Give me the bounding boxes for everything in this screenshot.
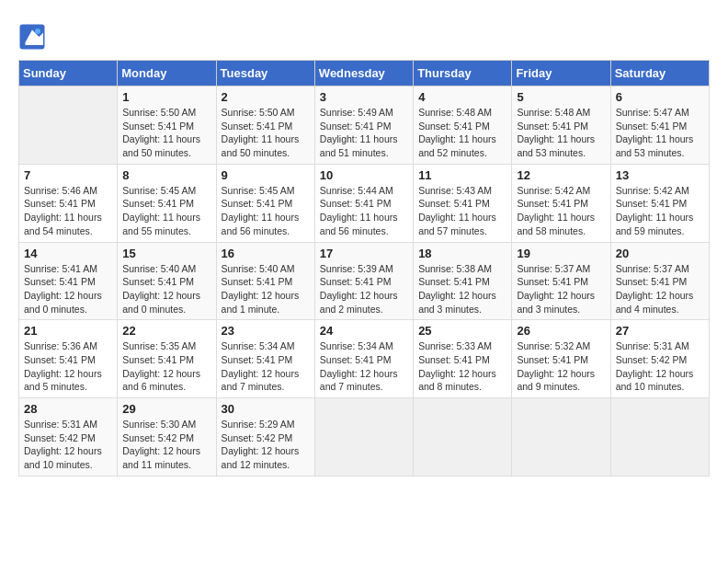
sunrise: Sunrise: 5:44 AM [320,185,393,196]
day-info: Sunrise: 5:34 AMSunset: 5:41 PMDaylight:… [222,339,310,394]
day-header-thursday: Thursday [414,61,512,86]
calendar-cell: 3Sunrise: 5:49 AMSunset: 5:41 PMDaylight… [314,86,413,165]
calendar-cell [512,398,610,477]
day-number: 25 [418,324,506,338]
sunset: Sunset: 5:41 PM [24,198,96,209]
day-info: Sunrise: 5:42 AMSunset: 5:41 PMDaylight:… [616,184,704,238]
day-info: Sunrise: 5:37 AMSunset: 5:41 PMDaylight:… [517,262,605,316]
daylight: Daylight: 12 hours and 3 minutes. [418,290,496,315]
day-number: 3 [320,90,408,104]
sunset: Sunset: 5:41 PM [320,121,392,132]
sunrise: Sunrise: 5:45 AM [122,185,196,196]
sunrise: Sunrise: 5:36 AM [24,340,97,351]
calendar-cell: 5Sunrise: 5:48 AMSunset: 5:41 PMDaylight… [512,86,610,165]
calendar-cell: 7Sunrise: 5:46 AMSunset: 5:41 PMDaylight… [19,164,118,242]
sunrise: Sunrise: 5:37 AM [517,263,590,274]
calendar-cell: 26Sunrise: 5:32 AMSunset: 5:41 PMDayligh… [512,320,610,398]
day-info: Sunrise: 5:46 AMSunset: 5:41 PMDaylight:… [24,184,112,238]
day-number: 9 [222,168,310,182]
daylight: Daylight: 12 hours and 12 minutes. [222,445,300,470]
sunrise: Sunrise: 5:45 AM [222,185,295,196]
daylight: Daylight: 12 hours and 6 minutes. [122,368,200,393]
day-info: Sunrise: 5:30 AMSunset: 5:42 PMDaylight:… [122,418,210,472]
day-info: Sunrise: 5:37 AMSunset: 5:41 PMDaylight:… [616,262,704,316]
day-info: Sunrise: 5:29 AMSunset: 5:42 PMDaylight:… [222,418,310,472]
day-number: 26 [517,324,605,338]
day-info: Sunrise: 5:50 AMSunset: 5:41 PMDaylight:… [222,106,310,160]
calendar-cell [314,398,413,477]
day-number: 28 [24,402,112,416]
calendar-cell: 25Sunrise: 5:33 AMSunset: 5:41 PMDayligh… [414,320,512,398]
calendar-cell: 18Sunrise: 5:38 AMSunset: 5:41 PMDayligh… [414,242,512,320]
sunset: Sunset: 5:41 PM [418,121,490,132]
day-info: Sunrise: 5:31 AMSunset: 5:42 PMDaylight:… [24,418,112,472]
sunset: Sunset: 5:41 PM [222,121,293,132]
day-number: 11 [418,168,506,182]
day-header-sunday: Sunday [19,61,118,86]
sunrise: Sunrise: 5:42 AM [616,185,689,196]
svg-point-2 [35,29,40,34]
calendar-cell [414,398,512,477]
sunset: Sunset: 5:41 PM [222,276,293,287]
day-number: 7 [24,168,112,182]
sunrise: Sunrise: 5:31 AM [24,419,97,430]
day-header-wednesday: Wednesday [314,61,413,86]
sunset: Sunset: 5:41 PM [320,354,392,365]
sunset: Sunset: 5:41 PM [24,354,96,365]
day-number: 8 [122,168,210,182]
calendar-cell: 29Sunrise: 5:30 AMSunset: 5:42 PMDayligh… [118,398,216,477]
day-info: Sunrise: 5:42 AMSunset: 5:41 PMDaylight:… [517,184,605,238]
sunset: Sunset: 5:42 PM [616,354,688,365]
daylight: Daylight: 12 hours and 7 minutes. [222,368,300,393]
sunset: Sunset: 5:41 PM [517,121,588,132]
daylight: Daylight: 11 hours and 50 minutes. [222,133,300,158]
daylight: Daylight: 12 hours and 9 minutes. [517,368,595,393]
sunset: Sunset: 5:41 PM [517,276,588,287]
daylight: Daylight: 11 hours and 58 minutes. [517,212,595,236]
sunset: Sunset: 5:41 PM [616,198,688,209]
day-header-saturday: Saturday [610,61,709,86]
day-info: Sunrise: 5:38 AMSunset: 5:41 PMDaylight:… [418,262,506,316]
day-info: Sunrise: 5:45 AMSunset: 5:41 PMDaylight:… [122,184,210,238]
daylight: Daylight: 12 hours and 0 minutes. [24,290,102,315]
sunset: Sunset: 5:41 PM [320,276,392,287]
day-number: 2 [222,90,310,104]
calendar-cell: 4Sunrise: 5:48 AMSunset: 5:41 PMDaylight… [414,86,512,165]
day-info: Sunrise: 5:35 AMSunset: 5:41 PMDaylight:… [122,339,210,394]
calendar-cell: 6Sunrise: 5:47 AMSunset: 5:41 PMDaylight… [610,86,709,165]
calendar-cell: 19Sunrise: 5:37 AMSunset: 5:41 PMDayligh… [512,242,610,320]
daylight: Daylight: 11 hours and 53 minutes. [616,133,694,158]
day-number: 18 [418,247,506,260]
calendar-cell: 10Sunrise: 5:44 AMSunset: 5:41 PMDayligh… [314,164,413,242]
daylight: Daylight: 11 hours and 51 minutes. [320,133,398,158]
day-info: Sunrise: 5:48 AMSunset: 5:41 PMDaylight:… [418,106,506,160]
day-info: Sunrise: 5:31 AMSunset: 5:42 PMDaylight:… [616,339,704,394]
day-number: 13 [616,168,704,182]
day-number: 16 [222,247,310,260]
sunset: Sunset: 5:41 PM [122,198,194,209]
calendar-cell: 27Sunrise: 5:31 AMSunset: 5:42 PMDayligh… [610,320,709,398]
sunrise: Sunrise: 5:34 AM [320,340,393,351]
calendar-week-1: 7Sunrise: 5:46 AMSunset: 5:41 PMDaylight… [19,164,710,242]
day-info: Sunrise: 5:40 AMSunset: 5:41 PMDaylight:… [222,262,310,316]
daylight: Daylight: 11 hours and 54 minutes. [24,212,102,236]
calendar-week-0: 1Sunrise: 5:50 AMSunset: 5:41 PMDaylight… [19,86,710,165]
day-number: 5 [517,90,605,104]
day-number: 12 [517,168,605,182]
daylight: Daylight: 12 hours and 3 minutes. [517,290,595,315]
day-info: Sunrise: 5:43 AMSunset: 5:41 PMDaylight:… [418,184,506,238]
day-number: 14 [24,247,112,260]
calendar-cell: 30Sunrise: 5:29 AMSunset: 5:42 PMDayligh… [216,398,314,477]
daylight: Daylight: 12 hours and 2 minutes. [320,290,398,315]
sunrise: Sunrise: 5:47 AM [616,107,689,118]
day-number: 23 [222,324,310,338]
daylight: Daylight: 11 hours and 53 minutes. [517,133,595,158]
calendar-cell: 16Sunrise: 5:40 AMSunset: 5:41 PMDayligh… [216,242,314,320]
sunset: Sunset: 5:41 PM [517,198,588,209]
daylight: Daylight: 12 hours and 8 minutes. [418,368,496,393]
day-number: 21 [24,324,112,338]
sunrise: Sunrise: 5:31 AM [616,340,689,351]
sunrise: Sunrise: 5:37 AM [616,263,689,274]
daylight: Daylight: 12 hours and 1 minute. [222,290,300,315]
day-info: Sunrise: 5:39 AMSunset: 5:41 PMDaylight:… [320,262,408,316]
